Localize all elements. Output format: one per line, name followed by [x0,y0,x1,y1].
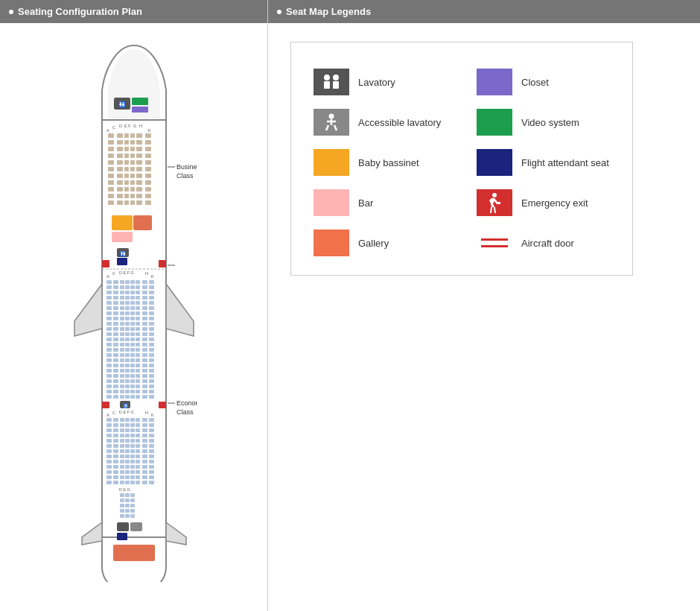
svg-rect-234 [120,369,124,373]
svg-text:A: A [106,274,109,279]
svg-rect-350 [120,455,124,458]
svg-text:♿: ♿ [122,403,128,409]
closet-icon [477,69,512,95]
svg-rect-224 [106,364,112,367]
svg-rect-387 [149,475,154,479]
svg-rect-153 [113,317,118,320]
svg-rect-391 [125,481,130,484]
svg-rect-147 [125,311,130,315]
flight-attendant-icon [477,149,512,176]
svg-rect-129 [113,301,118,305]
svg-rect-36 [108,160,114,165]
svg-rect-75 [130,200,135,205]
svg-rect-343 [125,449,130,453]
svg-text:🚻: 🚻 [119,250,126,257]
svg-rect-296 [130,418,135,422]
svg-rect-245 [136,374,140,378]
svg-rect-191 [149,338,154,341]
svg-rect-249 [113,379,118,383]
svg-rect-52 [136,174,142,178]
svg-rect-227 [125,364,130,367]
svg-rect-220 [130,358,135,362]
svg-rect-384 [130,475,135,479]
svg-rect-15 [130,133,135,138]
svg-rect-107 [125,285,130,289]
svg-rect-138 [120,306,124,310]
bar-icon [314,189,349,216]
svg-rect-302 [120,423,124,427]
gallery-icon [314,229,349,256]
svg-rect-407 [125,509,130,513]
svg-rect-210 [120,353,124,357]
svg-rect-22 [136,140,142,145]
airplane-diagram: 🚻 A C D E F G H K [0,23,267,611]
svg-rect-247 [149,374,154,378]
svg-rect-173 [136,327,140,331]
svg-rect-33 [130,153,135,158]
svg-rect-312 [130,428,135,432]
svg-point-420 [329,114,334,119]
svg-rect-303 [125,423,130,427]
header-dot-right [277,10,281,14]
svg-rect-201 [113,348,118,352]
svg-rect-248 [106,379,112,383]
svg-rect-341 [113,449,118,453]
svg-rect-200 [106,348,112,352]
svg-rect-104 [106,285,112,289]
legend-video: Video system [477,109,610,136]
svg-rect-300 [106,423,112,427]
airplane-svg: 🚻 A C D E F G H K [71,31,197,582]
svg-rect-111 [149,285,154,289]
svg-line-424 [334,125,337,130]
svg-rect-329 [136,439,140,443]
svg-rect-413 [130,522,142,531]
svg-text:K: K [151,413,154,417]
svg-rect-98 [120,280,124,284]
svg-rect-74 [124,200,129,205]
svg-rect-86 [102,260,109,267]
svg-rect-217 [113,358,118,362]
svg-text:G: G [133,124,136,128]
svg-text:Business: Business [176,163,197,171]
svg-rect-402 [130,498,135,502]
svg-rect-162 [120,322,124,326]
svg-rect-209 [113,353,118,357]
svg-rect-146 [120,311,124,315]
svg-rect-267 [125,390,130,393]
svg-rect-178 [120,332,124,336]
svg-rect-39 [130,160,135,165]
svg-rect-252 [130,379,135,383]
svg-rect-360 [130,460,135,463]
svg-rect-53 [145,174,151,178]
svg-rect-132 [130,301,135,305]
svg-rect-21 [130,140,135,145]
emergency-exit-icon [477,189,512,216]
svg-rect-43 [117,167,123,171]
accessible-label: Accessible lavatory [358,117,441,128]
svg-rect-171 [125,327,130,331]
svg-rect-398 [125,493,130,497]
svg-rect-305 [136,423,140,427]
legend-flight-attendant: Flight attendant seat [477,149,610,176]
legend-aircraft-door: Aircraft door [477,229,610,256]
svg-rect-372 [106,470,112,474]
right-panel-header: Seat Map Legends [268,0,700,23]
svg-rect-60 [108,187,114,191]
svg-rect-230 [142,364,147,367]
baby-bassinet-icon [314,149,349,176]
svg-rect-68 [124,194,129,198]
svg-rect-295 [125,418,130,422]
svg-rect-136 [106,306,112,310]
svg-rect-344 [130,449,135,453]
svg-rect-256 [106,384,112,388]
svg-rect-110 [142,285,147,289]
emergency-exit-label: Emergency exit [521,197,588,209]
svg-rect-364 [106,465,112,469]
svg-rect-119 [149,291,154,294]
lavatory-label: Lavatory [358,77,395,88]
svg-rect-202 [120,348,124,352]
svg-rect-159 [149,317,154,320]
svg-rect-208 [106,353,112,357]
svg-rect-320 [130,434,135,437]
svg-rect-204 [130,348,135,352]
